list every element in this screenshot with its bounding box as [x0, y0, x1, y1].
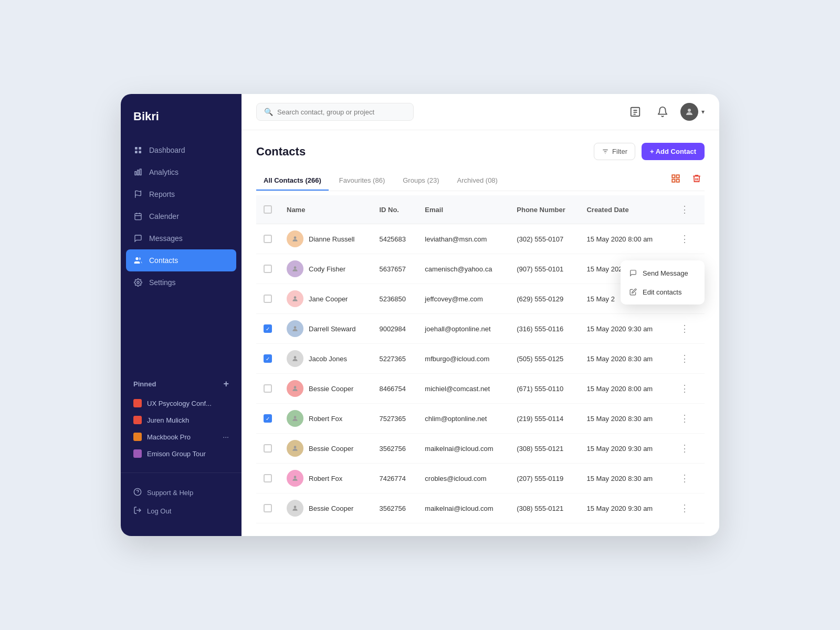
row-checkbox[interactable]: [264, 504, 272, 512]
row-date-cell: 15 May 2020 9:30 am: [579, 494, 668, 523]
row-phone-cell: (505) 555-0125: [509, 344, 579, 374]
context-send-message[interactable]: Send Message: [621, 264, 705, 282]
svg-point-13: [137, 281, 139, 284]
table-row: Bessie Cooper 3562756 maikelnai@icloud.c…: [256, 434, 705, 464]
filter-button[interactable]: Filter: [594, 143, 635, 160]
row-actions-cell: ⋮: [668, 374, 705, 404]
tab-all-contacts[interactable]: All Contacts (266): [256, 171, 329, 191]
row-more-btn[interactable]: ⋮: [676, 470, 694, 486]
row-more-btn[interactable]: ⋮: [676, 321, 694, 337]
row-checkbox[interactable]: [264, 265, 272, 273]
row-more-btn[interactable]: ⋮: [676, 381, 694, 396]
pinned-item-label: Mackbook Pro: [147, 433, 191, 441]
bottom-item-log-out[interactable]: Log Out: [133, 502, 229, 520]
row-more-btn[interactable]: ⋮: [676, 231, 694, 247]
row-phone-cell: (308) 555-0121: [509, 494, 579, 523]
tab-groups[interactable]: Groups (23): [395, 171, 446, 191]
message-icon: [133, 234, 143, 243]
svg-rect-6: [140, 169, 141, 175]
add-contact-button[interactable]: + Add Contact: [642, 143, 705, 160]
bottom-item-support-&-help[interactable]: Support & Help: [133, 484, 229, 502]
row-checkbox[interactable]: [264, 354, 272, 363]
sidebar-item-contacts[interactable]: Contacts: [126, 249, 236, 271]
row-actions-cell: ⋮: [668, 464, 705, 494]
row-checkbox[interactable]: [264, 295, 272, 303]
row-checkbox[interactable]: [264, 324, 272, 333]
row-phone-cell: (316) 555-0116: [509, 314, 579, 344]
svg-rect-2: [135, 151, 138, 153]
row-actions-cell: ⋮: [668, 494, 705, 523]
row-checkbox-cell: [256, 314, 279, 344]
pinned-item-1[interactable]: Juren Mulickh: [133, 412, 229, 428]
select-all-checkbox[interactable]: [264, 205, 272, 214]
row-email-cell: camenisch@yahoo.ca: [417, 254, 509, 284]
context-edit-contacts[interactable]: Edit contacts: [621, 282, 705, 301]
table-row: Bessie Cooper 8466754 michiel@comcast.ne…: [256, 374, 705, 404]
row-idno-cell: 7527365: [372, 404, 417, 434]
sidebar-item-reports[interactable]: Reports: [121, 183, 242, 205]
svg-point-37: [294, 476, 297, 478]
page-header-actions: Filter + Add Contact: [594, 143, 705, 160]
sidebar-item-dashboard[interactable]: Dashboard: [121, 139, 242, 161]
sidebar-item-label: Reports: [149, 190, 175, 198]
sidebar-item-settings[interactable]: Settings: [121, 271, 242, 293]
pinned-item-icon: [133, 399, 142, 407]
row-date-cell: 15 May 2020 8:30 am: [579, 404, 668, 434]
tabs-right: [668, 171, 705, 191]
sidebar-item-messages[interactable]: Messages: [121, 227, 242, 249]
row-more-btn[interactable]: ⋮: [676, 500, 694, 516]
row-checkbox[interactable]: [264, 474, 272, 482]
pinned-item-2[interactable]: Mackbook Pro ···: [133, 428, 229, 445]
table-more-btn[interactable]: ⋮: [676, 202, 694, 217]
send-message-label: Send Message: [643, 269, 688, 277]
pinned-item-3[interactable]: Emison Group Tour: [133, 445, 229, 462]
pinned-item-0[interactable]: UX Psycology Conf...: [133, 395, 229, 412]
tab-favourites[interactable]: Favourites (86): [332, 171, 392, 191]
contact-avatar: [287, 410, 303, 427]
notification-icon-btn[interactable]: [653, 102, 672, 121]
row-checkbox-cell: [256, 284, 279, 314]
search-input[interactable]: [277, 108, 406, 116]
help-icon: [133, 488, 142, 498]
row-more-btn[interactable]: ⋮: [676, 411, 694, 426]
row-date-cell: 15 May 2020 8:30 am: [579, 344, 668, 374]
row-checkbox[interactable]: [264, 384, 272, 393]
pinned-item-label: Juren Mulickh: [147, 416, 189, 424]
sidebar-nav: Dashboard Analytics Reports Calender Mes…: [121, 139, 242, 373]
svg-rect-4: [135, 172, 136, 175]
svg-point-38: [294, 506, 297, 508]
grid-view-btn[interactable]: [668, 171, 684, 186]
chevron-down-icon: ▾: [701, 108, 705, 116]
user-avatar-btn[interactable]: ▾: [680, 103, 705, 121]
app-logo: Bikri: [121, 110, 242, 139]
context-menu: Send Message Edit contacts: [621, 260, 705, 304]
page-header: Contacts Filter + Add Contact: [256, 143, 705, 160]
row-email-cell: michiel@comcast.net: [417, 374, 509, 404]
svg-point-35: [294, 416, 297, 418]
svg-rect-26: [677, 175, 679, 177]
task-icon-btn[interactable]: [626, 102, 645, 121]
avatar: [680, 103, 698, 121]
row-checkbox[interactable]: [264, 414, 272, 423]
row-date-cell: 15 May 2020 8:30 am: [579, 464, 668, 494]
sidebar-item-label: Calender: [149, 212, 179, 220]
row-name-cell: Dianne Russell: [279, 224, 372, 254]
sidebar-item-analytics[interactable]: Analytics: [121, 161, 242, 183]
row-checkbox[interactable]: [264, 235, 272, 243]
search-box[interactable]: 🔍: [256, 103, 414, 121]
row-email-cell: jeffcovey@me.com: [417, 284, 509, 314]
tabs-bar: All Contacts (266)Favourites (86)Groups …: [256, 171, 705, 191]
row-more-btn[interactable]: ⋮: [676, 440, 694, 456]
sidebar-item-calender[interactable]: Calender: [121, 205, 242, 227]
pinned-add-btn[interactable]: +: [223, 379, 229, 390]
contact-name: Jacob Jones: [309, 355, 347, 363]
delete-btn[interactable]: [689, 171, 705, 186]
tab-archived[interactable]: Archived (08): [450, 171, 505, 191]
row-checkbox[interactable]: [264, 444, 272, 453]
table-row: Robert Fox 7426774 crobles@icloud.com (2…: [256, 464, 705, 494]
row-phone-cell: (302) 555-0107: [509, 224, 579, 254]
row-idno-cell: 3562756: [372, 434, 417, 464]
row-idno-cell: 9002984: [372, 314, 417, 344]
row-more-btn[interactable]: ⋮: [676, 351, 694, 366]
row-email-cell: leviathan@msn.com: [417, 224, 509, 254]
